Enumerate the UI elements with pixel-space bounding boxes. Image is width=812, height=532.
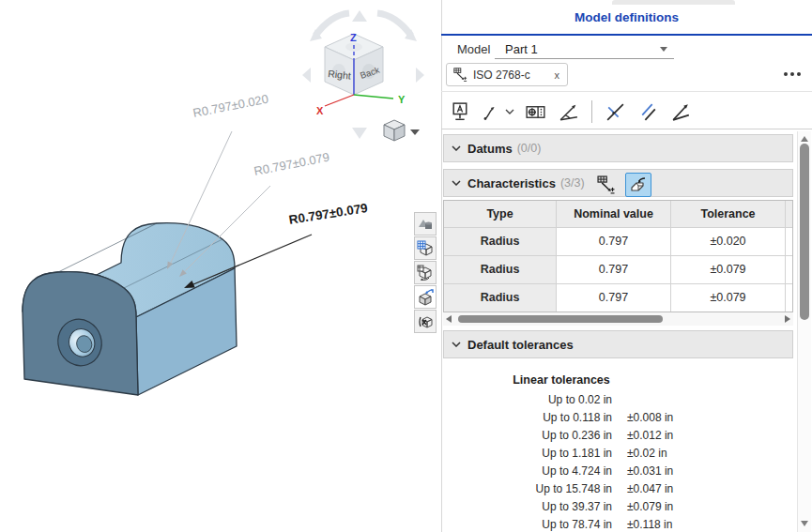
tolerance-table-icon: [453, 68, 468, 83]
characteristics-table: Type Nominal value Tolerance Radius 0.79…: [443, 200, 793, 312]
more-menu-button[interactable]: [781, 69, 804, 79]
section-default-tolerances-title: Default tolerances: [467, 338, 574, 352]
view-cube[interactable]: Right Back Z X Y: [296, 0, 437, 150]
tolerance-table-icon: [597, 175, 617, 195]
appearance-button[interactable]: [414, 212, 437, 236]
cell-tolerance[interactable]: ±0.079: [671, 256, 786, 283]
horizontal-scrollbar-thumb[interactable]: [458, 315, 663, 323]
import-from-model-icon: [629, 175, 648, 194]
column-header-type: Type: [444, 201, 557, 227]
section-characteristics[interactable]: Characteristics (3/3): [443, 169, 793, 197]
chevron-down-icon: [452, 180, 461, 186]
rotate-grid-cube-button[interactable]: [414, 261, 437, 284]
cell-overflow: [786, 256, 792, 283]
axis-z-label: Z: [350, 32, 357, 43]
tolerance-value: ±0.047 in: [627, 482, 682, 500]
import-from-model-button[interactable]: [625, 173, 651, 197]
app-window: R0.797±0.020 R0.797±0.079 R0.797±0.079 R…: [0, 0, 812, 532]
column-header-tolerance: Tolerance: [671, 201, 786, 227]
standard-chip[interactable]: ISO 2768-c x: [446, 63, 568, 86]
pan-right-arrow-icon[interactable]: [416, 68, 424, 83]
view-cube-face-right-label[interactable]: Right: [328, 68, 352, 82]
tolerance-row: Up to 0.118 in ±0.008 in: [441, 411, 682, 429]
cell-nominal[interactable]: 0.797: [557, 284, 671, 312]
tolerance-row: Up to 78.74 in ±0.118 in: [441, 518, 682, 532]
cell-type[interactable]: Radius: [444, 284, 557, 312]
tolerance-row: Up to 1.181 in ±0.02 in: [441, 447, 682, 464]
rotate-grid-cube-icon: [417, 265, 434, 281]
tolerance-value: ±0.031 in: [627, 464, 682, 482]
tolerance-value: ±0.02 in: [627, 447, 682, 464]
table-row[interactable]: Radius 0.797 ±0.079: [444, 283, 792, 312]
table-header-row: Type Nominal value Tolerance: [444, 201, 792, 227]
vertical-scrollbar[interactable]: [797, 131, 811, 532]
tab-remnant: [612, 0, 735, 5]
tolerance-range: Up to 1.181 in: [441, 447, 612, 464]
axis-y-label: Y: [398, 94, 406, 105]
datum-label-button[interactable]: [448, 99, 473, 125]
tolerance-range: Up to 39.37 in: [441, 500, 612, 518]
display-mode-button[interactable]: [384, 120, 420, 141]
scroll-left-arrow-icon[interactable]: [446, 315, 452, 323]
column-overflow: [786, 201, 792, 227]
chip-close-button[interactable]: x: [554, 69, 561, 81]
tolerance-value: ±0.079 in: [627, 500, 682, 518]
display-grid-cube-icon: [417, 240, 434, 257]
horizontal-scrollbar[interactable]: [443, 312, 793, 326]
tolerance-range: Up to 78.74 in: [441, 518, 612, 532]
rotate-up-arrow-icon[interactable]: [352, 10, 367, 22]
model-dropdown[interactable]: Part 1: [495, 39, 674, 59]
intersection-button[interactable]: [603, 99, 628, 125]
ellipsis-icon: [790, 72, 794, 76]
cell-tolerance[interactable]: ±0.079: [671, 284, 786, 312]
export-view-icon: [417, 289, 434, 306]
gdt-toolbar: [448, 98, 694, 126]
angularity-icon: [669, 100, 693, 124]
section-characteristics-count: (3/3): [560, 176, 585, 190]
characteristics-actions: [597, 173, 651, 197]
scroll-up-arrow-icon[interactable]: [801, 136, 808, 142]
cell-nominal[interactable]: 0.797: [557, 256, 671, 283]
tolerance-range: Up to 0.02 in: [441, 393, 612, 411]
tolerance-row: Up to 0.236 in ±0.012 in: [441, 429, 682, 447]
section-datums[interactable]: Datums (0/0): [443, 134, 793, 162]
axis-x-label: X: [316, 105, 324, 116]
section-default-tolerances[interactable]: Default tolerances: [443, 330, 793, 358]
feature-control-frame-button[interactable]: [523, 99, 548, 125]
viewport-side-toolbar: [414, 212, 437, 334]
vertical-scrollbar-thumb[interactable]: [800, 144, 809, 320]
section-characteristics-title: Characteristics: [467, 176, 556, 190]
panel-title-underline: [441, 34, 812, 36]
rotate-right-arrow-icon[interactable]: [377, 13, 411, 36]
cell-type[interactable]: Radius: [444, 228, 557, 255]
display-mode-caret-icon[interactable]: [410, 129, 420, 135]
rotate-left-arrow-icon[interactable]: [315, 13, 349, 36]
scroll-right-arrow-icon[interactable]: [785, 315, 790, 323]
hide-annotations-button[interactable]: [414, 310, 437, 333]
scroll-down-arrow-icon[interactable]: [801, 521, 808, 526]
table-row[interactable]: Radius 0.797 ±0.079: [444, 255, 792, 283]
tolerance-value: ±0.118 in: [627, 518, 682, 532]
angularity-button[interactable]: [668, 99, 694, 125]
toolbar-separator: [591, 100, 592, 123]
leader-dimension-button[interactable]: [481, 99, 515, 125]
table-row[interactable]: Radius 0.797 ±0.020: [444, 227, 792, 255]
parallel-lines-button[interactable]: [636, 99, 661, 125]
pan-left-arrow-icon[interactable]: [302, 68, 311, 83]
feature-control-frame-icon: [524, 100, 547, 124]
rotate-down-arrow-icon[interactable]: [352, 128, 367, 139]
display-grid-cube-button[interactable]: [414, 236, 437, 260]
part-model[interactable]: [23, 223, 237, 395]
tolerance-table-button[interactable]: [597, 175, 617, 195]
cell-nominal[interactable]: 0.797: [557, 228, 671, 255]
chevron-down-icon: [660, 47, 667, 52]
angle-dimension-icon: [557, 100, 580, 124]
cell-type[interactable]: Radius: [444, 256, 557, 283]
cell-tolerance[interactable]: ±0.020: [671, 228, 786, 255]
angle-dimension-button[interactable]: [556, 99, 581, 125]
parallel-lines-icon: [636, 100, 660, 124]
export-view-button[interactable]: [414, 285, 437, 309]
column-header-nominal: Nominal value: [557, 201, 671, 227]
tolerance-value: ±0.008 in: [627, 411, 682, 429]
tolerance-row: Up to 39.37 in ±0.079 in: [441, 500, 682, 518]
